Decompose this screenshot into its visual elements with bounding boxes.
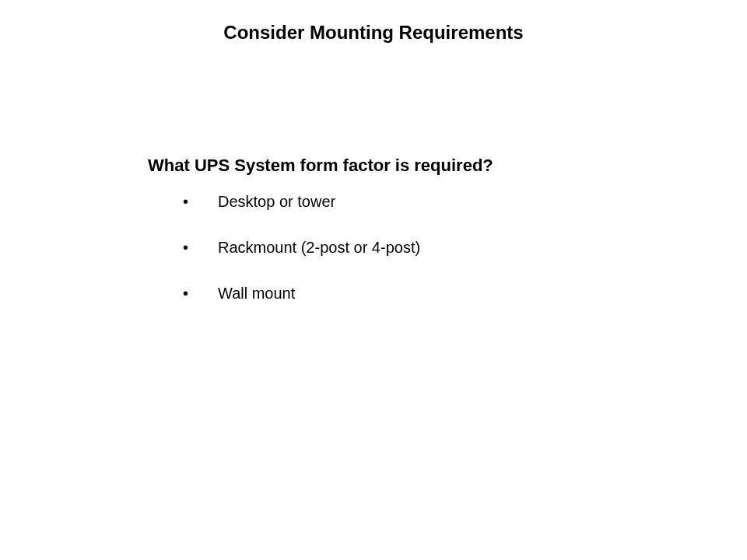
bullet-icon: • [179, 239, 218, 257]
slide-subtitle: What UPS System form factor is required? [148, 156, 493, 176]
list-item-text: Desktop or tower [218, 193, 335, 211]
list-item: • Rackmount (2-post or 4-post) [179, 239, 420, 257]
slide-title: Consider Mounting Requirements [0, 22, 747, 44]
list-item: • Wall mount [179, 285, 420, 303]
bullet-list: • Desktop or tower • Rackmount (2-post o… [179, 193, 420, 331]
bullet-icon: • [179, 193, 218, 211]
list-item-text: Rackmount (2-post or 4-post) [218, 239, 420, 257]
list-item: • Desktop or tower [179, 193, 420, 211]
bullet-icon: • [179, 285, 218, 303]
list-item-text: Wall mount [218, 285, 295, 303]
